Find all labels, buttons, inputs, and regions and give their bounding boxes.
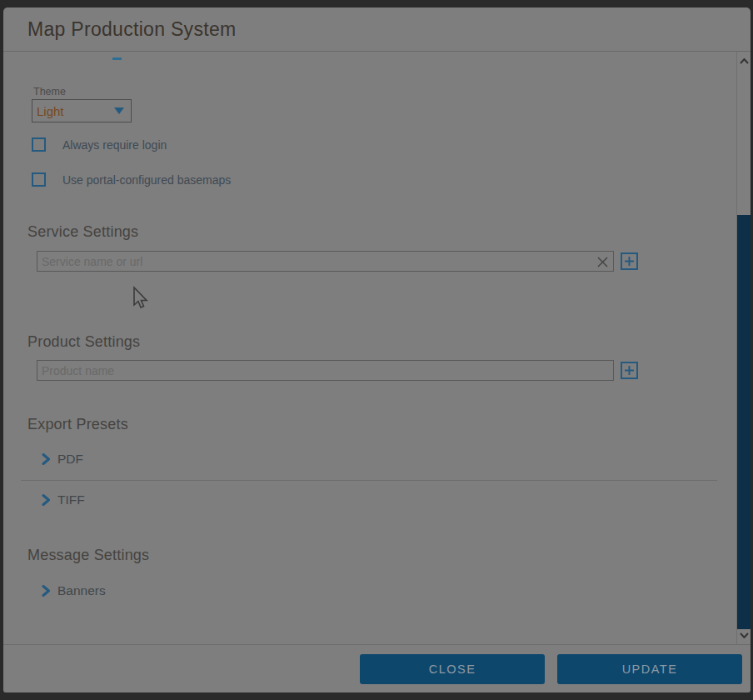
dialog-scrollbar[interactable] [736,52,751,644]
chevron-up-icon [740,58,749,64]
scroll-up-button[interactable] [737,53,751,68]
dialog-footer: CLOSE UPDATE [3,644,751,692]
scrollbar-thumb[interactable] [737,215,751,629]
add-service-button[interactable] [621,252,638,270]
message-settings-heading: Message Settings [27,547,149,564]
export-preset-pdf-row[interactable]: PDF [42,452,83,467]
theme-select-value: Light [37,104,114,118]
checkbox-label: Use portal-configured basemaps [62,173,231,187]
caret-down-icon [114,108,124,114]
product-settings-heading: Product Settings [27,333,140,351]
export-presets-heading: Export Presets [27,416,128,433]
export-preset-label: TIFF [57,492,85,508]
export-preset-tiff-row[interactable]: TIFF [42,492,85,508]
dialog-titlebar: Map Production System [3,8,751,52]
portal-basemaps-row: Use portal-configured basemaps [32,172,231,187]
export-preset-label: PDF [57,452,83,467]
theme-label: Theme [33,86,66,98]
checkbox-label: Always require login [62,138,167,152]
map-production-dialog: Map Production System Theme Light Always… [3,8,751,692]
chevron-right-icon [42,584,51,598]
add-product-button[interactable] [621,362,638,379]
theme-select[interactable]: Light [32,99,132,122]
chevron-right-icon [42,493,51,507]
plus-icon [625,366,634,375]
banners-row[interactable]: Banners [42,583,106,598]
clipped-scrolled-element [112,58,122,60]
chevron-down-icon [740,632,749,638]
mouse-cursor [131,286,149,311]
portal-basemaps-checkbox[interactable] [32,172,46,187]
scroll-down-button[interactable] [737,628,751,642]
dialog-title: Map Production System [27,18,236,41]
close-button[interactable]: CLOSE [360,654,545,684]
clear-service-input-icon[interactable] [595,254,610,269]
dialog-content: Theme Light Always require login Use por… [3,52,736,644]
product-name-input[interactable] [37,360,614,381]
banners-label: Banners [57,583,106,598]
service-settings-heading: Service Settings [27,223,138,241]
always-require-login-checkbox[interactable] [32,138,46,152]
service-name-input[interactable] [37,251,614,272]
plus-icon [625,257,634,266]
update-button[interactable]: UPDATE [557,654,742,684]
always-require-login-row: Always require login [32,138,167,152]
preset-divider [21,480,717,481]
chevron-right-icon [42,452,51,466]
